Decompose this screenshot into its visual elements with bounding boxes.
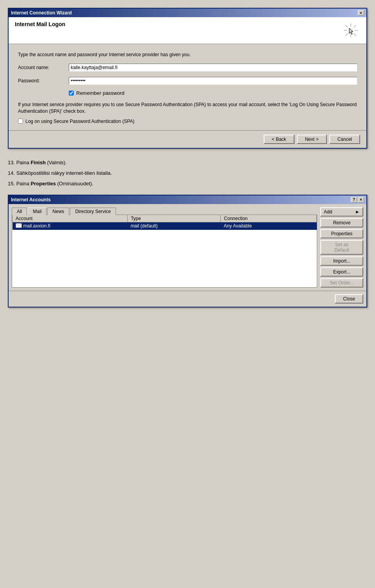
instructions-section: 13. Paina Finish (Valmis). 14. Sähköpost… bbox=[8, 158, 367, 188]
account-name-cell: mail.axxion.fi bbox=[23, 223, 50, 229]
wizard-body: Type the account name and password your … bbox=[9, 44, 366, 130]
properties-button[interactable]: Properties bbox=[320, 229, 363, 238]
wizard-title: Internet Connection Wizard bbox=[11, 10, 72, 16]
set-order-button[interactable]: Set Order... bbox=[320, 278, 363, 288]
wizard-cursor-icon bbox=[341, 21, 360, 40]
spa-checkbox[interactable] bbox=[18, 119, 23, 124]
account-name-row: Account name: bbox=[18, 64, 357, 71]
connection-cell: Any Available bbox=[221, 222, 317, 230]
internet-connection-wizard: Internet Connection Wizard × Internet Ma… bbox=[8, 8, 367, 149]
step-15-bold: Properties bbox=[31, 181, 56, 187]
accounts-close-button[interactable]: × bbox=[358, 197, 364, 203]
tab-all[interactable]: All bbox=[12, 208, 27, 215]
svg-marker-8 bbox=[349, 28, 353, 34]
mail-icon bbox=[16, 223, 22, 229]
back-button[interactable]: < Back bbox=[264, 135, 295, 144]
accounts-table: Account Type Connection bbox=[12, 215, 317, 230]
svg-line-7 bbox=[345, 34, 348, 36]
accounts-title: Internet Accounts bbox=[11, 197, 51, 203]
account-name-label: Account name: bbox=[18, 65, 69, 70]
title-bar-buttons: × bbox=[358, 10, 364, 16]
table-row[interactable]: mail.axxion.fi mail (default) Any Availa… bbox=[12, 222, 317, 230]
add-label: Add bbox=[324, 209, 332, 215]
remember-password-row: Remember password bbox=[69, 90, 357, 96]
spa-description: If your Internet service provider requir… bbox=[18, 101, 357, 115]
step-15: 15. Paina Properties (Ominaisuudet). bbox=[8, 179, 367, 188]
accounts-close-btn[interactable]: Close bbox=[335, 294, 363, 304]
password-input[interactable] bbox=[69, 77, 357, 85]
step-13-prefix: Paina bbox=[16, 160, 31, 165]
step-13-bold: Finish bbox=[31, 160, 46, 165]
export-button[interactable]: Export... bbox=[320, 267, 363, 277]
accounts-help-button[interactable]: ? bbox=[351, 197, 357, 203]
spa-checkbox-label: Log on using Secure Password Authenticat… bbox=[25, 119, 134, 124]
step-15-rest: (Ominaisuudet). bbox=[57, 181, 93, 187]
add-button[interactable]: Add ► bbox=[320, 207, 363, 217]
step-15-number: 15. bbox=[8, 181, 15, 187]
col-account: Account bbox=[12, 215, 128, 222]
step-14: 14. Sähköpostitilisi näkyy internet-tili… bbox=[8, 169, 367, 178]
remember-password-checkbox[interactable] bbox=[69, 91, 74, 96]
tab-directory-service[interactable]: Directory Service bbox=[70, 208, 116, 215]
svg-line-6 bbox=[354, 25, 356, 27]
import-button[interactable]: Import... bbox=[320, 256, 363, 266]
tab-bar: All Mail News Directory Service bbox=[12, 207, 317, 215]
wizard-footer: < Back Next > Cancel bbox=[9, 130, 366, 148]
remove-button[interactable]: Remove bbox=[320, 218, 363, 227]
accounts-footer: Close bbox=[9, 291, 366, 307]
close-button[interactable]: × bbox=[358, 10, 364, 16]
wizard-title-bar: Internet Connection Wizard × bbox=[9, 9, 366, 17]
step-13-rest: (Valmis). bbox=[47, 160, 66, 165]
type-cell: mail (default) bbox=[127, 222, 221, 230]
cancel-button[interactable]: Cancel bbox=[329, 135, 360, 144]
accounts-table-container: Account Type Connection bbox=[12, 215, 317, 288]
col-connection: Connection bbox=[221, 215, 317, 222]
spa-checkbox-row: Log on using Secure Password Authenticat… bbox=[18, 119, 357, 124]
set-as-default-button[interactable]: Set as Default bbox=[320, 240, 363, 255]
step-13: 13. Paina Finish (Valmis). bbox=[8, 158, 367, 167]
add-arrow-icon: ► bbox=[355, 209, 360, 215]
wizard-header: Internet Mail Logon bbox=[9, 17, 366, 44]
step-13-number: 13. bbox=[8, 160, 15, 165]
account-cell: mail.axxion.fi bbox=[12, 222, 128, 230]
password-label: Password: bbox=[18, 78, 69, 83]
accounts-title-bar: Internet Accounts ? × bbox=[9, 195, 366, 204]
accounts-right-panel: Add ► Remove Properties Set as Default I… bbox=[320, 207, 363, 288]
wizard-header-title: Internet Mail Logon bbox=[15, 21, 65, 27]
remember-password-label: Remember password bbox=[76, 90, 125, 96]
wizard-description: Type the account name and password your … bbox=[18, 52, 357, 57]
account-name-input[interactable] bbox=[69, 64, 357, 71]
next-button[interactable]: Next > bbox=[297, 135, 327, 144]
svg-line-4 bbox=[345, 25, 348, 27]
col-type: Type bbox=[127, 215, 221, 222]
step-15-prefix: Paina bbox=[16, 181, 31, 187]
tab-mail[interactable]: Mail bbox=[28, 208, 46, 215]
svg-line-5 bbox=[354, 34, 356, 36]
internet-accounts-dialog: Internet Accounts ? × All Mail News Dire… bbox=[8, 195, 367, 307]
tab-news[interactable]: News bbox=[47, 208, 69, 215]
accounts-title-buttons: ? × bbox=[351, 197, 364, 203]
accounts-left-panel: All Mail News Directory Service Account … bbox=[12, 207, 317, 288]
accounts-body: All Mail News Directory Service Account … bbox=[9, 204, 366, 291]
password-row: Password: bbox=[18, 77, 357, 85]
